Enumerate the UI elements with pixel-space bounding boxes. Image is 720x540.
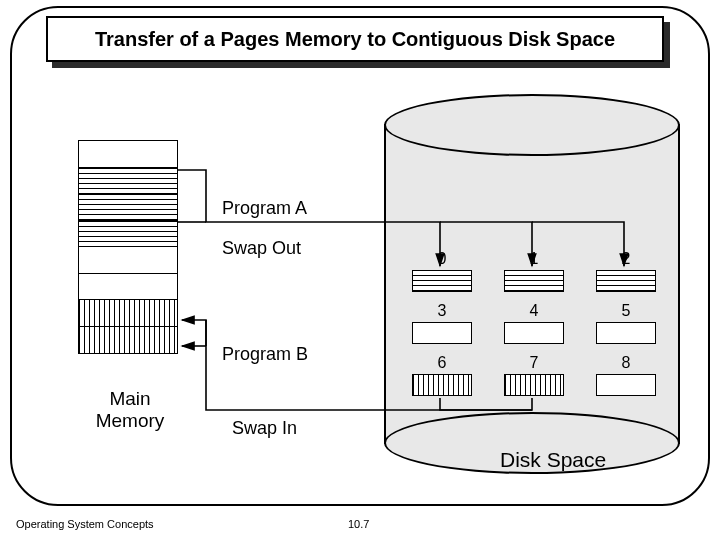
disk-slot <box>412 374 472 396</box>
disk-slot-number: 8 <box>596 354 656 372</box>
main-memory-stack <box>78 140 178 354</box>
memory-slot <box>78 273 178 301</box>
disk-slot-number: 7 <box>504 354 564 372</box>
memory-slot <box>78 299 178 327</box>
footer-left: Operating System Concepts <box>16 518 154 530</box>
memory-slot <box>78 193 178 221</box>
memory-slot <box>78 246 178 274</box>
disk-slot-number: 5 <box>596 302 656 320</box>
memory-slot <box>78 167 178 195</box>
disk-slot <box>596 322 656 344</box>
disk-slot-number: 1 <box>504 250 564 268</box>
disk-slot-number: 3 <box>412 302 472 320</box>
swap-out-label: Swap Out <box>222 238 301 259</box>
disk-slot <box>504 374 564 396</box>
disk-slot-number: 4 <box>504 302 564 320</box>
disk-slot <box>596 270 656 292</box>
disk-slot <box>596 374 656 396</box>
disk-slot <box>412 322 472 344</box>
disk-slot-number: 0 <box>412 250 472 268</box>
memory-slot <box>78 140 178 168</box>
slide-title: Transfer of a Pages Memory to Contiguous… <box>46 16 664 62</box>
disk-slot <box>412 270 472 292</box>
title-text: Transfer of a Pages Memory to Contiguous… <box>95 28 615 51</box>
footer-center: 10.7 <box>348 518 369 530</box>
disk-slot <box>504 322 564 344</box>
swap-in-label: Swap In <box>232 418 297 439</box>
memory-slot <box>78 220 178 248</box>
program-a-label: Program A <box>222 198 307 219</box>
disk-cylinder-top <box>384 94 680 156</box>
disk-slot <box>504 270 564 292</box>
memory-slot <box>78 326 178 354</box>
disk-space-label: Disk Space <box>500 448 606 472</box>
disk-slot-number: 6 <box>412 354 472 372</box>
disk-slot-number: 2 <box>596 250 656 268</box>
program-b-label: Program B <box>222 344 308 365</box>
main-memory-label: Main Memory <box>80 388 180 432</box>
